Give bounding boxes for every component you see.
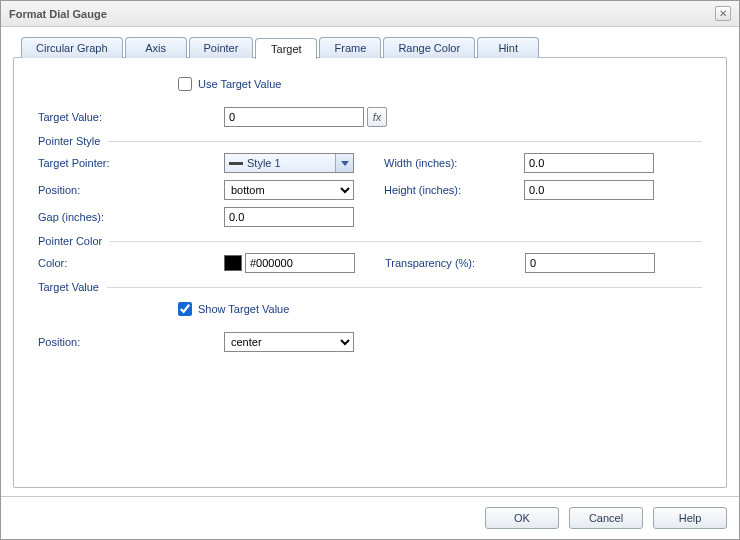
fx-button[interactable]: fx [367, 107, 387, 127]
close-button[interactable]: ✕ [715, 6, 731, 21]
show-target-value-checkbox-wrap[interactable]: Show Target Value [178, 302, 289, 316]
show-target-value-checkbox[interactable] [178, 302, 192, 316]
transparency-field[interactable] [525, 253, 655, 273]
tabstrip: Circular Graph Axis Pointer Target Frame… [21, 37, 727, 58]
line-style-swatch-icon [229, 162, 243, 165]
use-target-value-label: Use Target Value [198, 78, 281, 90]
use-target-value-checkbox-wrap[interactable]: Use Target Value [178, 77, 281, 91]
tab-hint[interactable]: Hint [477, 37, 539, 58]
tab-range-color[interactable]: Range Color [383, 37, 475, 58]
color-field[interactable] [245, 253, 355, 273]
section-pointer-style: Pointer Style [38, 135, 702, 147]
use-target-value-checkbox[interactable] [178, 77, 192, 91]
cancel-button[interactable]: Cancel [569, 507, 643, 529]
dialog-format-dial-gauge: Format Dial Gauge ✕ Circular Graph Axis … [0, 0, 740, 540]
dialog-footer: OK Cancel Help [1, 496, 739, 539]
window-title: Format Dial Gauge [9, 8, 107, 20]
target-value-label: Target Value: [38, 111, 178, 123]
target-pointer-label: Target Pointer: [38, 157, 178, 169]
height-label: Height (inches): [384, 184, 524, 196]
close-icon: ✕ [719, 8, 727, 19]
gap-field[interactable] [224, 207, 354, 227]
tab-frame[interactable]: Frame [319, 37, 381, 58]
tab-panel-target: Use Target Value Target Value: fx Pointe… [13, 57, 727, 488]
width-label: Width (inches): [384, 157, 524, 169]
height-field[interactable] [524, 180, 654, 200]
position2-select[interactable]: center [224, 332, 354, 352]
show-target-value-label: Show Target Value [198, 303, 289, 315]
target-pointer-value: Style 1 [247, 157, 281, 169]
section-target-value: Target Value [38, 281, 702, 293]
tab-pointer[interactable]: Pointer [189, 37, 254, 58]
titlebar: Format Dial Gauge ✕ [1, 1, 739, 27]
tab-target[interactable]: Target [255, 38, 317, 59]
target-value-field[interactable] [224, 107, 364, 127]
width-field[interactable] [524, 153, 654, 173]
ok-button[interactable]: OK [485, 507, 559, 529]
target-pointer-select[interactable]: Style 1 [224, 153, 354, 173]
gap-label: Gap (inches): [38, 211, 178, 223]
color-swatch[interactable] [224, 255, 242, 271]
chevron-down-icon [335, 154, 353, 172]
position2-label: Position: [38, 336, 178, 348]
color-label: Color: [38, 257, 178, 269]
transparency-label: Transparency (%): [385, 257, 525, 269]
dialog-content: Circular Graph Axis Pointer Target Frame… [1, 27, 739, 496]
position-label: Position: [38, 184, 178, 196]
tab-circular-graph[interactable]: Circular Graph [21, 37, 123, 58]
tab-axis[interactable]: Axis [125, 37, 187, 58]
position-select[interactable]: bottom [224, 180, 354, 200]
help-button[interactable]: Help [653, 507, 727, 529]
section-pointer-color: Pointer Color [38, 235, 702, 247]
